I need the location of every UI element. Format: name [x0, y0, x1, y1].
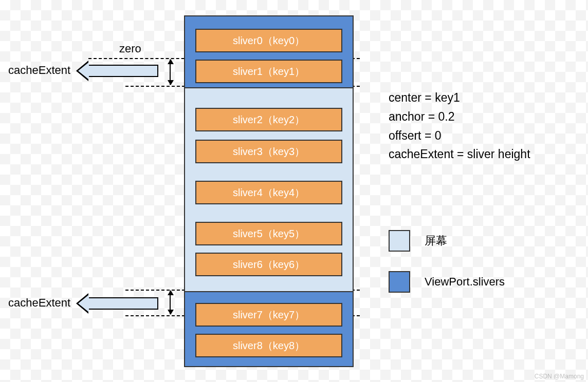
sliver-label: sliver3（key3） [233, 145, 305, 159]
sliver-3: sliver3（key3） [195, 140, 342, 163]
param-offset: offsert = 0 [389, 126, 530, 145]
legend-viewport-label: ViewPort.slivers [425, 275, 505, 289]
sliver-5: sliver5（key5） [195, 222, 342, 245]
legend-screen-label: 屏幕 [425, 233, 447, 249]
sliver-6: sliver6（key6） [195, 253, 342, 276]
sliver-2: sliver2（key2） [195, 108, 342, 131]
sliver-label: sliver0（key0） [233, 34, 305, 48]
legend-screen: 屏幕 [389, 230, 447, 252]
sliver-8: sliver8（key8） [195, 334, 342, 357]
cache-extent-bottom-measure-icon [170, 291, 171, 314]
cache-extent-bottom-arrow-icon [87, 297, 158, 310]
viewport-slivers-region: sliver0（key0） sliver1（key1） sliver2（key2… [184, 15, 354, 367]
sliver-label: sliver5（key5） [233, 227, 305, 241]
sliver-7: sliver7（key7） [195, 303, 342, 327]
parameter-list: center = key1 anchor = 0.2 offsert = 0 c… [389, 88, 530, 164]
sliver-label: sliver6（key6） [233, 258, 305, 272]
sliver-0: sliver0（key0） [195, 29, 342, 52]
sliver-label: sliver2（key2） [233, 113, 305, 127]
cache-extent-top-label: cacheExtent [8, 64, 70, 77]
watermark: CSDN @Mamong [535, 373, 584, 380]
sliver-label: sliver8（key8） [233, 339, 305, 353]
cache-extent-top-measure-icon [170, 60, 171, 85]
sliver-label: sliver1（key1） [233, 65, 305, 79]
legend-screen-swatch-icon [389, 230, 410, 252]
cache-extent-top-arrow-icon [87, 65, 158, 77]
param-cacheextent: cacheExtent = sliver height [389, 145, 530, 164]
legend-viewport: ViewPort.slivers [389, 271, 505, 293]
sliver-label: sliver7（key7） [233, 308, 305, 322]
sliver-1: sliver1（key1） [195, 60, 342, 83]
legend-viewport-swatch-icon [389, 271, 410, 293]
param-anchor: anchor = 0.2 [389, 107, 530, 126]
cache-extent-bottom-label: cacheExtent [8, 296, 70, 310]
sliver-4: sliver4（key4） [195, 181, 342, 204]
param-center: center = key1 [389, 88, 530, 107]
sliver-label: sliver4（key4） [233, 186, 305, 200]
zero-label: zero [119, 42, 141, 55]
